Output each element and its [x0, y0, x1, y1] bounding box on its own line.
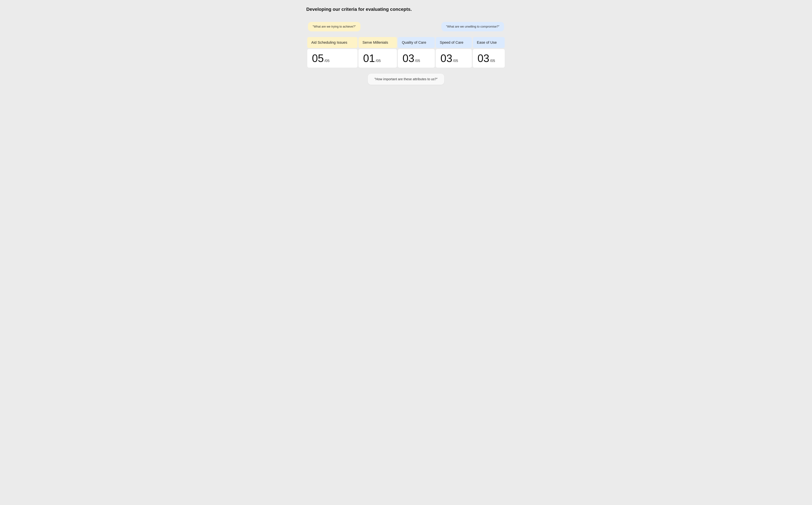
- header-speed-of-care: Speed of Care: [436, 37, 472, 48]
- importance-bubble: "How important are these attributes to u…: [368, 73, 444, 85]
- score-main-ease-of-use: 03: [478, 53, 489, 63]
- score-denom-serve-millenials: /05: [376, 59, 381, 63]
- header-serve-millenials: Serve Millenials: [359, 37, 397, 48]
- score-denom-ease-of-use: /05: [490, 59, 495, 63]
- score-aid-scheduling: 05/05: [307, 49, 358, 67]
- header-row: Aid Scheduling IssuesServe MillenialsQua…: [307, 37, 505, 48]
- score-main-aid-scheduling: 05: [312, 53, 324, 63]
- score-serve-millenials: 01/05: [359, 49, 397, 67]
- page-title: Developing our criteria for evaluating c…: [306, 7, 506, 12]
- score-main-quality-of-care: 03: [403, 53, 414, 63]
- score-denom-speed-of-care: /05: [453, 59, 458, 63]
- score-main-speed-of-care: 03: [440, 53, 452, 63]
- speech-bubbles-container: "What are we trying to achieve?" "What a…: [306, 22, 506, 31]
- score-main-serve-millenials: 01: [363, 53, 375, 63]
- importance-bubble-row: "How important are these attributes to u…: [306, 73, 506, 85]
- score-ease-of-use: 03/05: [473, 49, 505, 67]
- score-row: 05/0501/0503/0503/0503/05: [307, 49, 505, 67]
- header-quality-of-care: Quality of Care: [398, 37, 435, 48]
- score-quality-of-care: 03/05: [398, 49, 435, 67]
- score-denom-aid-scheduling: /05: [324, 59, 329, 63]
- score-denom-quality-of-care: /05: [415, 59, 420, 63]
- compromise-bubble: "What are we unwilling to compromise?": [441, 22, 504, 31]
- achieve-bubble: "What are we trying to achieve?": [308, 22, 361, 31]
- header-ease-of-use: Ease of Use: [473, 37, 505, 48]
- header-aid-scheduling: Aid Scheduling Issues: [307, 37, 358, 48]
- criteria-table: Aid Scheduling IssuesServe MillenialsQua…: [306, 36, 506, 68]
- score-speed-of-care: 03/05: [436, 49, 472, 67]
